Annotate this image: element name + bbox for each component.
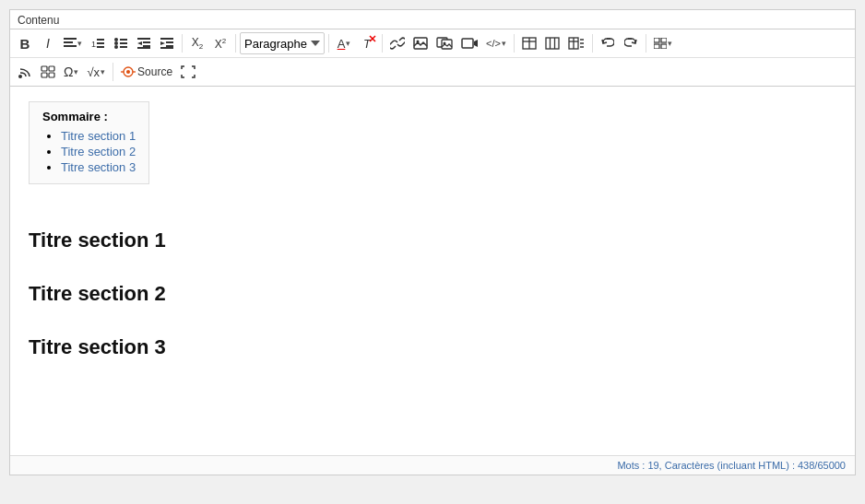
font-color-button[interactable]: A [333,32,355,54]
svg-rect-29 [442,40,452,49]
special-chars-button[interactable] [37,61,59,83]
redo-button[interactable] [620,32,642,54]
svg-rect-21 [166,41,173,43]
separator-2 [235,34,236,53]
separator-6 [592,34,593,53]
svg-marker-15 [137,41,142,45]
svg-rect-48 [661,44,667,49]
undo-icon [601,37,614,50]
code-button[interactable]: </> [482,32,510,54]
svg-rect-47 [654,44,659,49]
list-item: Titre section 2 [61,145,136,158]
svg-rect-1 [64,41,73,43]
svg-point-10 [114,45,118,49]
svg-rect-36 [546,38,559,49]
svg-rect-7 [97,46,104,48]
svg-rect-50 [41,66,47,71]
toc-link-2[interactable]: Titre section 2 [61,145,136,158]
svg-marker-32 [474,40,478,47]
outdent-button[interactable] [133,32,155,54]
grid-button[interactable] [650,32,676,54]
sqrt-button[interactable]: √x [83,61,109,83]
svg-rect-22 [166,45,173,47]
outdent-icon [137,38,150,49]
fullscreen-icon [181,65,196,78]
svg-rect-12 [120,42,127,44]
image-gallery-button[interactable] [432,32,456,54]
unordered-list-button[interactable] [110,32,132,54]
rss-button[interactable] [14,61,36,83]
grid-icon [654,38,667,49]
svg-rect-11 [120,39,127,41]
svg-rect-45 [654,38,659,42]
source-button[interactable]: Source [117,61,176,83]
svg-point-55 [126,70,130,74]
redo-icon [624,37,637,50]
link-button[interactable] [386,32,409,54]
editor-label: Contenu [10,10,855,29]
svg-rect-14 [137,38,150,40]
insert-image-icon [413,37,428,50]
fullscreen-button[interactable] [177,61,199,83]
image-gallery-icon [436,37,453,50]
table-props-button[interactable] [564,32,588,54]
svg-rect-5 [97,39,104,41]
subscript-button[interactable]: X2 [186,32,208,54]
list-item: Titre section 1 [61,129,136,143]
table-cols-icon [545,37,560,50]
separator-4 [382,34,383,53]
svg-rect-46 [661,38,667,42]
clear-format-button[interactable]: T [356,32,378,54]
section-title-1: Titre section 1 [29,229,836,252]
toolbar-row-2: Ω √x Source [10,58,855,86]
bold-button[interactable]: B [14,32,36,54]
superscript-button[interactable]: X2 [209,32,231,54]
separator-1 [182,34,183,53]
unordered-list-icon [114,38,127,49]
editor-wrapper: Contenu B I [9,9,856,475]
svg-rect-13 [120,46,127,48]
toc-link-3[interactable]: Titre section 3 [61,160,136,174]
svg-rect-0 [64,38,77,40]
ordered-list-button[interactable]: 1. [87,32,109,54]
ordered-list-icon: 1. [91,38,104,49]
svg-rect-23 [160,47,173,49]
svg-rect-2 [64,45,77,47]
svg-point-8 [114,38,118,41]
table-cols-button[interactable] [541,32,563,54]
insert-image-button[interactable] [409,32,432,54]
indent-icon [160,38,173,49]
svg-rect-17 [143,45,150,47]
source-label: Source [137,65,172,78]
toolbar: B I 1. [10,29,855,87]
svg-point-49 [18,75,22,78]
video-button[interactable] [457,32,481,54]
list-item: Titre section 3 [61,160,136,174]
align-button[interactable] [60,32,86,54]
video-icon [461,37,478,50]
clear-format-icon [369,35,376,42]
table-icon [522,37,537,50]
separator-3 [328,34,329,53]
svg-rect-51 [49,66,54,71]
statusbar: Mots : 19, Caractères (incluant HTML) : … [10,455,855,475]
separator-5 [514,34,515,53]
section-title-2: Titre section 2 [29,282,836,306]
svg-rect-6 [97,42,104,44]
link-icon [390,37,405,50]
indent-button[interactable] [156,32,178,54]
svg-point-9 [114,41,118,45]
toc-link-1[interactable]: Titre section 1 [61,129,136,143]
sommaire-title: Sommaire : [42,110,136,123]
omega-button[interactable]: Ω [60,61,82,83]
italic-button[interactable]: I [37,32,59,54]
svg-marker-20 [160,41,165,45]
sommaire-box: Sommaire : Titre section 1 Titre section… [29,101,149,184]
table-button[interactable] [518,32,540,54]
sommaire-list: Titre section 1 Titre section 2 Titre se… [42,129,136,174]
undo-button[interactable] [597,32,619,54]
svg-rect-53 [49,73,54,77]
special-chars-icon [41,65,55,78]
content-area[interactable]: Sommaire : Titre section 1 Titre section… [10,87,855,455]
paragraph-select[interactable]: Paragraphe Titre 1 Titre 2 Titre 3 [240,32,325,54]
